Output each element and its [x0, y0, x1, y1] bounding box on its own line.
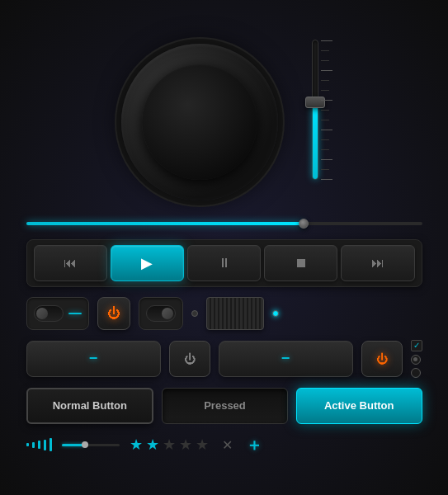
power-btn-3[interactable]: ⏻	[361, 341, 403, 377]
ui-container: ⏮ ▶ ⏸ ⏹ ⏭ ⏻	[18, 31, 431, 464]
star-5[interactable]: ★	[196, 436, 209, 454]
radio-row-1[interactable]	[411, 355, 421, 365]
slider-ticks	[321, 40, 332, 181]
transport-pause-btn[interactable]: ⏸	[187, 245, 261, 281]
active-button[interactable]: Active Button	[296, 388, 422, 424]
star-1[interactable]: ★	[130, 436, 143, 454]
power-icon-2: ⏻	[184, 352, 196, 365]
knob-outer[interactable]	[121, 44, 278, 200]
mini-slider-thumb[interactable]	[82, 441, 88, 448]
dot-indicator-1	[191, 310, 198, 317]
star-4[interactable]: ★	[179, 436, 192, 454]
checkbox-row-1[interactable]: ✓	[411, 340, 422, 351]
vertical-slider-track	[312, 40, 318, 180]
toggle-switch-left	[34, 305, 64, 322]
vol-bar-1	[26, 443, 29, 446]
normal-button-label: Normal Button	[53, 399, 127, 412]
power-btn-2[interactable]: ⏻	[169, 341, 210, 377]
progress-track	[26, 222, 422, 225]
star-2[interactable]: ★	[146, 436, 159, 454]
vertical-slider[interactable]	[299, 40, 332, 205]
rewind-icon: ⏮	[64, 256, 77, 271]
knob-wrapper[interactable]	[117, 40, 282, 205]
vol-bar-3	[38, 441, 40, 449]
vol-bar-4	[44, 440, 46, 450]
transport-play-btn[interactable]: ▶	[111, 245, 184, 281]
star-3[interactable]: ★	[163, 436, 176, 454]
progress-slider[interactable]	[26, 218, 422, 229]
minus-icon-1: −	[89, 350, 98, 367]
knurled-wheel[interactable]	[206, 297, 264, 330]
transport-bar: ⏮ ▶ ⏸ ⏹ ⏭	[26, 239, 422, 287]
play-icon: ▶	[141, 254, 153, 272]
checkmark-1: ✓	[413, 341, 420, 350]
radio-2[interactable]	[411, 368, 421, 378]
progress-fill	[26, 222, 304, 225]
volume-mini	[26, 438, 52, 451]
wide-btn-2[interactable]: −	[219, 341, 353, 377]
radio-row-2[interactable]	[411, 368, 421, 378]
minus-icon-2: −	[281, 350, 290, 367]
vol-bar-5	[50, 438, 52, 451]
toggle-right[interactable]	[139, 297, 183, 330]
control-row-2: − ⏻ − ⏻ ✓	[26, 340, 422, 378]
power-btn-orange[interactable]: ⏻	[97, 297, 130, 330]
knob-inner	[142, 64, 257, 180]
pressed-button[interactable]: Pressed	[162, 388, 288, 424]
top-row	[26, 40, 422, 205]
progress-thumb[interactable]	[299, 219, 309, 229]
dot-indicator-2	[272, 310, 279, 317]
transport-ff-btn[interactable]: ⏭	[341, 245, 414, 281]
radio-dot-1	[413, 357, 417, 361]
active-button-label: Active Button	[324, 399, 394, 412]
plus-icon[interactable]: ＋	[246, 434, 262, 456]
toggle-switch-right	[146, 305, 176, 322]
mini-controls: ✓	[411, 340, 422, 378]
toggle-thumb-right	[162, 308, 173, 319]
radio-1[interactable]	[411, 355, 421, 365]
toggle-indicator-left	[68, 313, 82, 314]
bottom-row: ★ ★ ★ ★ ★ ✕ ＋	[26, 434, 422, 456]
transport-rewind-btn[interactable]: ⏮	[34, 245, 107, 281]
x-icon[interactable]: ✕	[222, 437, 233, 453]
checkbox-1[interactable]: ✓	[411, 340, 422, 351]
stop-icon: ⏹	[295, 256, 308, 271]
power-icon-orange: ⏻	[107, 306, 120, 321]
power-icon-orange-2: ⏻	[376, 352, 388, 365]
mini-slider[interactable]	[62, 444, 120, 446]
normal-button[interactable]: Normal Button	[26, 388, 154, 424]
stars-row: ★ ★ ★ ★ ★	[130, 436, 209, 454]
transport-stop-btn[interactable]: ⏹	[264, 245, 337, 281]
ff-icon: ⏭	[371, 256, 384, 271]
wide-btn-1[interactable]: −	[26, 341, 161, 377]
vol-bar-2	[32, 442, 35, 448]
toggle-left[interactable]	[26, 297, 89, 330]
control-row-1: ⏻	[26, 297, 422, 330]
pressed-button-label: Pressed	[204, 399, 246, 412]
toggle-thumb-left	[36, 308, 48, 319]
pause-icon: ⏸	[218, 256, 231, 271]
vertical-slider-fill	[313, 102, 318, 178]
buttons-row: Normal Button Pressed Active Button	[26, 388, 422, 424]
